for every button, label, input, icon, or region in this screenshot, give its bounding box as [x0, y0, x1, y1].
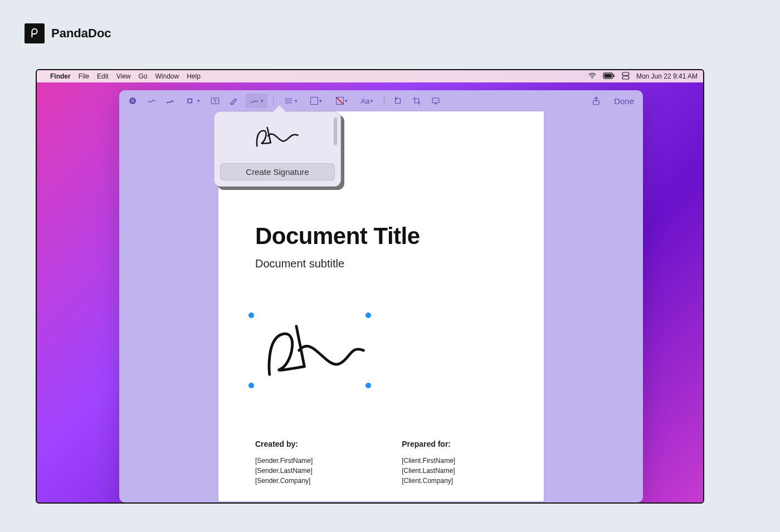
- brand-logo: PandaDoc: [25, 23, 111, 43]
- macos-menubar: Finder File Edit View Go Window Help Mon…: [37, 70, 703, 82]
- crop-tool-icon[interactable]: [409, 94, 425, 108]
- svg-rect-5: [622, 76, 629, 79]
- resize-handle[interactable]: [248, 383, 254, 388]
- toolbar-separator: [273, 95, 274, 106]
- prepared-for-heading: Prepared for:: [402, 438, 507, 450]
- preview-window: ▾ ▾ ▾ ▾: [119, 90, 643, 502]
- signature-popover: Create Signature: [214, 111, 341, 187]
- signature-preview-item[interactable]: [214, 112, 340, 160]
- document-title: Document Title: [255, 223, 507, 250]
- create-signature-button[interactable]: Create Signature: [220, 163, 335, 180]
- menubar-datetime[interactable]: Mon Jun 22 9:41 AM: [636, 72, 698, 80]
- line-style-icon[interactable]: ▾: [279, 94, 301, 108]
- svg-rect-2: [604, 74, 612, 77]
- chevron-down-icon: ▾: [319, 98, 322, 104]
- done-button[interactable]: Done: [611, 94, 637, 108]
- svg-point-0: [592, 77, 593, 79]
- resize-handle[interactable]: [365, 313, 371, 318]
- menubar-item-window[interactable]: Window: [155, 72, 179, 80]
- svg-rect-9: [432, 98, 439, 103]
- wifi-icon[interactable]: [587, 71, 597, 82]
- draw-tool-icon[interactable]: [163, 94, 178, 108]
- menubar-item-help[interactable]: Help: [187, 72, 201, 80]
- annotate-note-icon[interactable]: [428, 94, 443, 108]
- chevron-down-icon: ▾: [370, 98, 373, 104]
- resize-handle[interactable]: [365, 383, 371, 388]
- chevron-down-icon: ▾: [295, 98, 298, 104]
- sign-tool-icon[interactable]: ▾: [245, 94, 267, 108]
- highlight-tool-icon[interactable]: [226, 94, 242, 108]
- svg-point-11: [437, 100, 438, 101]
- toolbar-separator: [384, 95, 384, 106]
- created-by-heading: Created by:: [255, 438, 368, 450]
- created-by-line2: [Sender.Company]: [255, 476, 368, 486]
- menubar-item-edit[interactable]: Edit: [97, 72, 109, 80]
- close-markup-icon[interactable]: [125, 94, 140, 108]
- screenshot-frame: Finder File Edit View Go Window Help Mon…: [36, 69, 704, 504]
- chevron-down-icon: ▾: [345, 98, 348, 104]
- shapes-tool-icon[interactable]: ▾: [182, 94, 204, 108]
- svg-rect-4: [622, 72, 629, 75]
- created-by-line1: [Sender.FirstName] [Sender.LastName]: [255, 456, 368, 476]
- document-subtitle: Document subtitle: [255, 257, 507, 270]
- brand-badge: [25, 23, 45, 43]
- chevron-down-icon: ▾: [261, 98, 264, 104]
- fill-color-icon[interactable]: ▾: [330, 94, 353, 108]
- menubar-item-file[interactable]: File: [79, 72, 89, 80]
- prepared-for-line1: [Client.FirstName] [Client.LastName]: [402, 456, 507, 476]
- document-footer: Created by: [Sender.FirstName] [Sender.L…: [255, 438, 507, 486]
- text-tool-icon[interactable]: [207, 94, 223, 108]
- signature-placed[interactable]: [251, 315, 369, 386]
- markup-toolbar: ▾ ▾ ▾ ▾: [119, 90, 643, 111]
- control-center-icon[interactable]: [621, 71, 631, 82]
- rotate-tool-icon[interactable]: [390, 94, 406, 108]
- brand-name: PandaDoc: [51, 26, 111, 41]
- border-color-icon[interactable]: ▾: [305, 94, 327, 108]
- svg-rect-3: [613, 74, 615, 77]
- share-icon[interactable]: [588, 94, 604, 108]
- battery-icon[interactable]: [603, 72, 615, 81]
- menubar-item-go[interactable]: Go: [139, 72, 148, 80]
- menubar-item-view[interactable]: View: [116, 72, 131, 80]
- text-style-icon[interactable]: Aa ▾: [356, 94, 378, 108]
- sketch-tool-icon[interactable]: [144, 94, 159, 108]
- prepared-for-line2: [Client.Company]: [402, 476, 507, 486]
- resize-handle[interactable]: [248, 313, 254, 318]
- svg-point-10: [434, 100, 435, 101]
- menubar-app[interactable]: Finder: [50, 72, 71, 80]
- popover-scrollbar[interactable]: [334, 118, 337, 145]
- chevron-down-icon: ▾: [197, 98, 200, 104]
